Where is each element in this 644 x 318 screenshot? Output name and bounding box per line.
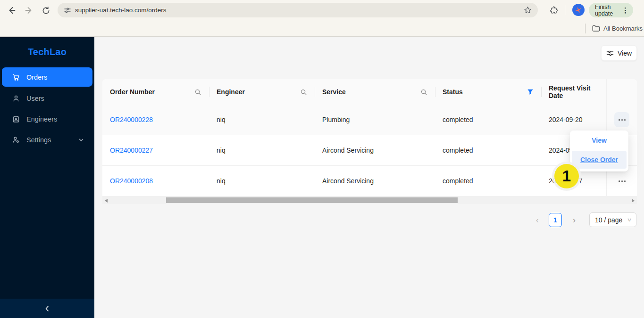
scrollbar-thumb[interactable] bbox=[166, 197, 458, 203]
browser-toolbar: supplier-uat.tech-lao.com/orders Finish … bbox=[0, 0, 644, 37]
annotation-badge-number: 1 bbox=[562, 167, 571, 185]
avatar-logo-shape bbox=[575, 7, 582, 13]
sidebar-item-label: Orders bbox=[26, 73, 92, 81]
dropdown-item-close-order[interactable]: Close Order bbox=[572, 151, 627, 169]
sidebar-item-settings[interactable]: Settings bbox=[2, 130, 92, 149]
puzzle-icon bbox=[549, 6, 559, 15]
chrome-menu-icon[interactable]: ⋮ bbox=[622, 6, 629, 15]
table-row[interactable]: OR240000227 niq Aircond Servicing comple… bbox=[102, 135, 637, 166]
engineer-cell: niq bbox=[209, 166, 315, 196]
table-header-row: Order Number Engineer Service Status bbox=[102, 79, 637, 105]
finish-update-label: Finish update bbox=[595, 4, 622, 17]
search-icon[interactable] bbox=[194, 89, 201, 96]
sidebar-item-engineers[interactable]: Engineers bbox=[2, 109, 92, 129]
chevron-left-icon bbox=[44, 305, 50, 312]
filter-icon[interactable] bbox=[527, 89, 534, 95]
profile-avatar[interactable] bbox=[572, 4, 585, 16]
header-separator bbox=[315, 87, 315, 97]
scroll-left-arrow-icon[interactable] bbox=[105, 199, 108, 203]
row-actions-button[interactable] bbox=[614, 173, 629, 188]
site-settings-icon[interactable] bbox=[64, 7, 71, 14]
sidebar-item-users[interactable]: Users bbox=[2, 89, 92, 108]
finish-update-button[interactable]: Finish update ⋮ bbox=[589, 3, 633, 17]
service-cell: Aircond Servicing bbox=[315, 135, 435, 165]
column-header-service[interactable]: Service bbox=[315, 79, 435, 105]
header-separator bbox=[209, 87, 209, 97]
folder-icon bbox=[592, 25, 600, 34]
address-bar[interactable]: supplier-uat.tech-lao.com/orders bbox=[58, 3, 538, 17]
cart-icon bbox=[12, 73, 20, 82]
browser-back-button[interactable] bbox=[6, 5, 17, 16]
order-number-link[interactable]: OR240000228 bbox=[110, 116, 153, 123]
user-gear-icon bbox=[12, 136, 20, 144]
user-icon bbox=[12, 94, 20, 103]
screen: supplier-uat.tech-lao.com/orders Finish … bbox=[0, 0, 644, 318]
sidebar-item-label: Settings bbox=[26, 136, 78, 144]
dropdown-item-view[interactable]: View bbox=[572, 133, 627, 148]
engineer-cell: niq bbox=[209, 135, 315, 165]
ellipsis-icon bbox=[619, 119, 620, 121]
bookmarks-separator bbox=[585, 24, 585, 33]
header-separator bbox=[541, 87, 542, 97]
annotation-badge: 1 bbox=[554, 164, 579, 188]
search-icon[interactable] bbox=[420, 89, 427, 96]
select-chevron-icon: ∨ bbox=[627, 217, 632, 223]
horizontal-scrollbar[interactable] bbox=[102, 196, 637, 204]
toolbar-separator bbox=[565, 5, 565, 15]
scroll-right-arrow-icon[interactable] bbox=[632, 199, 635, 203]
search-icon[interactable] bbox=[300, 89, 307, 96]
column-header-actions bbox=[606, 79, 637, 105]
forward-arrow-icon bbox=[25, 6, 34, 15]
order-number-link[interactable]: OR240000208 bbox=[110, 177, 153, 185]
browser-reload-button[interactable] bbox=[40, 5, 51, 16]
app-logo[interactable]: TechLao bbox=[0, 47, 94, 57]
sidebar-item-orders[interactable]: Orders bbox=[2, 67, 92, 87]
reload-icon bbox=[42, 6, 50, 15]
pagination-page-1[interactable]: 1 bbox=[549, 213, 562, 227]
row-actions-dropdown: View Close Order bbox=[570, 130, 628, 171]
sidebar-item-label: Users bbox=[26, 95, 92, 102]
engineer-cell: niq bbox=[209, 105, 315, 135]
ellipsis-icon bbox=[619, 180, 620, 182]
pagination-prev-button[interactable]: ‹ bbox=[532, 213, 543, 227]
column-header-status[interactable]: Status bbox=[435, 79, 541, 105]
pagination-next-button[interactable]: › bbox=[569, 213, 580, 227]
all-bookmarks-button[interactable]: All Bookmarks bbox=[603, 25, 643, 32]
bookmark-star-icon[interactable] bbox=[523, 6, 532, 16]
sliders-icon bbox=[606, 49, 614, 57]
status-cell: completed bbox=[435, 166, 541, 196]
view-columns-button[interactable]: View bbox=[601, 45, 637, 61]
page-size-value: 10 / page bbox=[595, 216, 622, 224]
order-number-link[interactable]: OR240000227 bbox=[110, 147, 153, 154]
column-header-order-number[interactable]: Order Number bbox=[102, 79, 209, 105]
id-badge-icon bbox=[12, 115, 20, 123]
sidebar-collapse-button[interactable] bbox=[0, 299, 94, 318]
service-cell: Plumbing bbox=[315, 105, 435, 135]
url-text[interactable]: supplier-uat.tech-lao.com/orders bbox=[75, 7, 167, 14]
back-arrow-icon bbox=[7, 6, 16, 15]
bookmarks-bar: All Bookmarks bbox=[0, 21, 644, 37]
status-cell: completed bbox=[435, 135, 541, 165]
column-header-engineer[interactable]: Engineer bbox=[209, 79, 315, 105]
row-actions-button[interactable] bbox=[614, 112, 629, 127]
extensions-button[interactable] bbox=[548, 5, 560, 16]
service-cell: Aircond Servicing bbox=[315, 166, 435, 196]
page-size-select[interactable]: 10 / page ∨ bbox=[589, 212, 636, 227]
column-header-request-visit-date[interactable]: Request Visit Date bbox=[541, 79, 606, 105]
orders-table: Order Number Engineer Service Status bbox=[102, 79, 637, 204]
browser-forward-button[interactable] bbox=[24, 5, 35, 16]
sidebar: TechLao Orders Users Engineers Settings bbox=[0, 37, 94, 318]
chevron-down-icon bbox=[78, 137, 84, 143]
sidebar-item-label: Engineers bbox=[26, 115, 92, 123]
status-cell: completed bbox=[435, 105, 541, 135]
header-separator bbox=[435, 87, 435, 97]
table-row[interactable]: OR240000228 niq Plumbing completed 2024-… bbox=[102, 105, 637, 135]
main-content: View Order Number Engineer Service bbox=[94, 37, 644, 318]
view-button-label: View bbox=[618, 49, 632, 57]
